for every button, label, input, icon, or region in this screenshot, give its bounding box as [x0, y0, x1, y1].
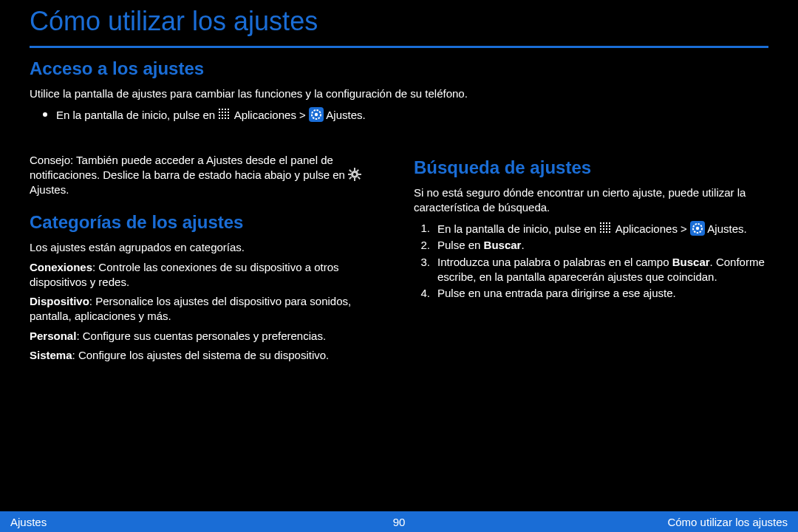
svg-rect-30: [603, 222, 604, 224]
svg-rect-21: [354, 178, 355, 181]
svg-rect-25: [358, 176, 361, 179]
bullet-dot-icon: [43, 112, 47, 117]
acceso-intro: Utilice la pantalla de ajustes para camb…: [30, 86, 768, 101]
svg-rect-23: [358, 174, 361, 175]
svg-rect-15: [228, 117, 229, 119]
list-number: 2.: [414, 238, 430, 253]
section-acceso-heading: Acceso a los ajustes: [30, 58, 768, 79]
svg-rect-22: [348, 174, 351, 175]
acceso-bullet-text-1: En la pantalla de inicio, pulse en: [56, 109, 218, 121]
footer: Ajustes 90 Cómo utilizar los ajustes: [0, 511, 798, 532]
svg-rect-24: [349, 169, 352, 172]
svg-point-47: [696, 227, 699, 230]
categorias-p2: Conexiones: Controle las conexiones de s…: [30, 260, 384, 290]
svg-rect-42: [603, 231, 604, 233]
acceso-bullet: En la pantalla de inicio, pulse en Aplic…: [30, 107, 768, 123]
svg-point-18: [315, 113, 318, 116]
apps-grid-icon: [599, 222, 613, 235]
svg-rect-13: [222, 117, 223, 119]
svg-rect-31: [606, 222, 607, 224]
svg-rect-11: [228, 115, 229, 116]
title-rule: [30, 46, 768, 48]
svg-rect-4: [219, 112, 220, 113]
acceso-tip-after: Ajustes.: [30, 183, 69, 196]
list-item: 3. Introduzca una palabra o palabras en …: [414, 255, 768, 285]
svg-rect-10: [225, 115, 226, 116]
list-item: 4. Pulse en una entrada para dirigirse a…: [414, 286, 768, 301]
svg-rect-32: [609, 222, 610, 224]
list-number: 3.: [414, 255, 430, 285]
svg-rect-8: [219, 115, 220, 116]
svg-rect-29: [600, 222, 601, 224]
footer-right: Cómo utilizar los ajustes: [667, 516, 788, 528]
footer-page-number: 90: [393, 516, 406, 528]
svg-rect-34: [603, 225, 604, 227]
acceso-tip: Consejo: También puede acceder a Ajustes…: [30, 153, 384, 198]
apps-grid-icon: [218, 108, 231, 121]
svg-rect-0: [219, 109, 220, 110]
svg-rect-14: [225, 117, 226, 119]
svg-rect-37: [600, 228, 601, 230]
acceso-bullet-text-3: Ajustes.: [326, 109, 365, 121]
svg-rect-9: [222, 115, 223, 116]
footer-left: Ajustes: [10, 516, 47, 528]
list-number: 4.: [414, 286, 430, 301]
svg-rect-38: [603, 228, 604, 230]
busqueda-intro: Si no está seguro dónde encontrar un cie…: [414, 185, 768, 216]
page-title: Cómo utilizar los ajustes: [30, 0, 768, 43]
svg-rect-43: [606, 231, 607, 233]
list-item: 1. En la pantalla de inicio, pulse en: [414, 221, 768, 236]
acceso-bullet-text-2: Aplicaciones >: [234, 109, 309, 121]
svg-rect-41: [600, 231, 601, 233]
svg-rect-2: [225, 109, 226, 110]
categorias-p1: Los ajustes están agrupados en categoría…: [30, 240, 384, 255]
svg-rect-35: [606, 225, 607, 227]
svg-rect-1: [222, 109, 223, 110]
svg-rect-40: [609, 228, 610, 230]
categorias-p3: Dispositivo: Personalice los ajustes del…: [30, 294, 384, 324]
busqueda-list: 1. En la pantalla de inicio, pulse en: [414, 221, 768, 301]
svg-rect-39: [606, 228, 607, 230]
categorias-p4: Personal: Configure sus cuentas personal…: [30, 329, 384, 344]
svg-rect-36: [609, 225, 610, 227]
gear-icon: [348, 168, 361, 181]
svg-rect-12: [219, 117, 220, 119]
svg-rect-5: [222, 112, 223, 113]
section-categorias-heading: Categorías de los ajustes: [30, 212, 384, 233]
svg-rect-7: [228, 112, 229, 113]
section-busqueda-heading: Búsqueda de ajustes: [414, 157, 768, 178]
svg-rect-20: [354, 168, 355, 171]
svg-rect-27: [349, 176, 352, 179]
categorias-p5: Sistema: Configure los ajustes del siste…: [30, 348, 384, 363]
svg-point-28: [353, 173, 356, 176]
list-item: 2. Pulse en Buscar.: [414, 238, 768, 253]
acceso-tip-before: Consejo: También puede acceder a Ajustes…: [30, 154, 348, 181]
svg-rect-3: [228, 109, 229, 110]
svg-rect-44: [609, 231, 610, 233]
settings-app-icon: [690, 221, 705, 236]
list-number: 1.: [414, 221, 430, 236]
settings-app-icon: [309, 107, 324, 122]
svg-rect-33: [600, 225, 601, 227]
svg-rect-6: [225, 112, 226, 113]
